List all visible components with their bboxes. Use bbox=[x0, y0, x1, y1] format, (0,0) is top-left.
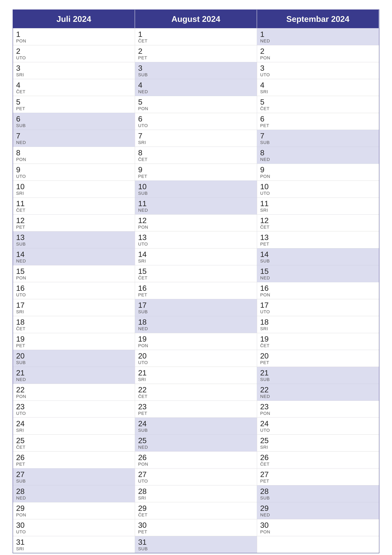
day-cell: 16PET bbox=[135, 282, 257, 299]
day-number: 25 bbox=[138, 437, 254, 445]
day-name: NED bbox=[16, 377, 132, 382]
day-number: 24 bbox=[260, 420, 376, 427]
day-name: ČET bbox=[138, 275, 254, 280]
day-name: NED bbox=[16, 496, 132, 501]
day-name: ČET bbox=[138, 394, 254, 399]
day-name: NED bbox=[260, 275, 376, 280]
day-cell: 7SRI bbox=[135, 130, 257, 147]
day-cell: 31SUB bbox=[135, 536, 257, 553]
day-cell: 28NED bbox=[13, 485, 135, 502]
day-number: 19 bbox=[260, 335, 376, 343]
day-cell: 25ČET bbox=[13, 434, 135, 451]
day-name: NED bbox=[260, 512, 376, 518]
day-cell: 13UTO bbox=[135, 231, 257, 248]
day-name: SRI bbox=[260, 326, 376, 331]
day-cell: 31SRI bbox=[13, 536, 135, 553]
day-name: PON bbox=[138, 225, 254, 230]
day-cell: 4ČET bbox=[13, 79, 135, 96]
day-cell: 14SUB bbox=[257, 248, 379, 265]
calendar-grid: Juli 2024August 2024Septembar 20241PON1Č… bbox=[13, 9, 379, 553]
day-number: 17 bbox=[260, 301, 376, 309]
day-name: PON bbox=[260, 55, 376, 60]
day-name: SUB bbox=[16, 123, 132, 128]
day-cell: 8ČET bbox=[135, 147, 257, 164]
day-number: 18 bbox=[16, 318, 132, 326]
day-cell: 9UTO bbox=[13, 164, 135, 181]
day-name: ČET bbox=[16, 326, 132, 331]
day-number: 1 bbox=[138, 30, 254, 38]
day-cell: 2UTO bbox=[13, 45, 135, 62]
day-number: 26 bbox=[260, 454, 376, 461]
day-number: 13 bbox=[138, 234, 254, 241]
day-name: SRI bbox=[138, 496, 254, 501]
day-number: 30 bbox=[260, 521, 376, 529]
day-name: SUB bbox=[138, 546, 254, 551]
day-cell: 10UTO bbox=[257, 181, 379, 197]
day-cell: 5PET bbox=[13, 96, 135, 113]
day-name: PON bbox=[260, 411, 376, 416]
day-name: PET bbox=[138, 411, 254, 416]
day-cell: 1NED bbox=[257, 28, 379, 45]
day-name: SUB bbox=[138, 428, 254, 433]
day-name: ČET bbox=[260, 106, 376, 111]
day-name: SRI bbox=[16, 428, 132, 433]
day-cell-empty bbox=[257, 536, 379, 553]
day-cell: 27PET bbox=[257, 468, 379, 485]
day-name: PET bbox=[138, 174, 254, 179]
day-cell: 26ČET bbox=[257, 451, 379, 468]
day-cell: 24UTO bbox=[257, 417, 379, 434]
day-name: NED bbox=[16, 140, 132, 145]
day-name: SUB bbox=[138, 72, 254, 77]
day-name: SUB bbox=[138, 309, 254, 314]
day-name: ČET bbox=[260, 343, 376, 348]
day-name: SRI bbox=[16, 309, 132, 314]
day-cell: 8PON bbox=[13, 147, 135, 164]
day-name: UTO bbox=[16, 529, 132, 534]
day-number: 22 bbox=[16, 386, 132, 394]
day-number: 21 bbox=[138, 369, 254, 377]
day-cell: 1PON bbox=[13, 28, 135, 45]
day-cell: 28SUB bbox=[257, 485, 379, 502]
day-number: 27 bbox=[16, 471, 132, 478]
day-name: PET bbox=[16, 462, 132, 467]
day-number: 17 bbox=[138, 301, 254, 309]
day-cell: 23PET bbox=[135, 401, 257, 417]
day-cell: 22PON bbox=[13, 384, 135, 401]
day-cell: 17UTO bbox=[257, 299, 379, 316]
day-number: 13 bbox=[16, 234, 132, 241]
day-number: 3 bbox=[138, 64, 254, 72]
day-name: UTO bbox=[16, 55, 132, 60]
day-name: SUB bbox=[16, 479, 132, 484]
day-number: 14 bbox=[138, 251, 254, 258]
day-number: 7 bbox=[16, 132, 132, 140]
day-number: 24 bbox=[138, 420, 254, 427]
day-cell: 10SUB bbox=[135, 181, 257, 197]
day-cell: 14NED bbox=[13, 248, 135, 265]
day-number: 8 bbox=[16, 149, 132, 157]
day-name: UTO bbox=[16, 411, 132, 416]
day-cell: 15NED bbox=[257, 265, 379, 282]
day-cell: 13SUB bbox=[13, 231, 135, 248]
day-name: ČET bbox=[138, 512, 254, 518]
day-name: ČET bbox=[260, 225, 376, 230]
day-name: PET bbox=[138, 292, 254, 297]
day-number: 22 bbox=[260, 386, 376, 394]
day-name: PON bbox=[16, 275, 132, 280]
day-name: ČET bbox=[138, 157, 254, 162]
day-number: 7 bbox=[138, 132, 254, 140]
day-cell: 2PET bbox=[135, 45, 257, 62]
day-number: 12 bbox=[260, 217, 376, 224]
day-cell: 13PET bbox=[257, 231, 379, 248]
day-name: SRI bbox=[260, 89, 376, 94]
day-number: 7 bbox=[260, 132, 376, 140]
day-number: 28 bbox=[138, 488, 254, 495]
day-number: 19 bbox=[138, 335, 254, 343]
day-number: 20 bbox=[260, 352, 376, 360]
day-number: 11 bbox=[16, 200, 132, 207]
day-cell: 27UTO bbox=[135, 468, 257, 485]
day-name: SRI bbox=[16, 546, 132, 551]
day-name: SRI bbox=[260, 208, 376, 213]
day-name: ČET bbox=[138, 38, 254, 44]
day-number: 18 bbox=[260, 318, 376, 326]
day-name: PET bbox=[260, 241, 376, 247]
